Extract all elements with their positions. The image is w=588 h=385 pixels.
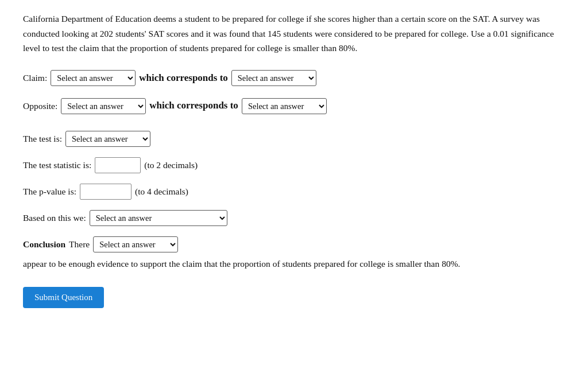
- conclusion-select[interactable]: Select an answer there is there is not: [93, 236, 178, 252]
- submit-button[interactable]: Submit Question: [23, 287, 104, 308]
- test-is-label: The test is:: [23, 131, 62, 147]
- pvalue-row: The p-value is: (to 4 decimals): [23, 184, 565, 200]
- which-corresponds-to-2: which corresponds to: [149, 97, 238, 115]
- opposite-label: Opposite:: [23, 98, 57, 114]
- test-statistic-label: The test statistic is:: [23, 157, 91, 173]
- based-select[interactable]: Select an answer reject the null hypothe…: [90, 210, 227, 226]
- conclusion-rest: appear to be enough evidence to support …: [23, 256, 460, 272]
- problem-paragraph: California Department of Education deems…: [23, 11, 565, 56]
- based-label: Based on this we:: [23, 210, 86, 226]
- conclusion-bold: Conclusion: [23, 236, 65, 252]
- test-statistic-hint: (to 2 decimals): [144, 157, 198, 173]
- claim-label: Claim:: [23, 70, 47, 86]
- opposite-row: Opposite: Select an answer H0 H1 p < 0.8…: [23, 97, 565, 115]
- pvalue-hint: (to 4 decimals): [135, 184, 188, 200]
- pvalue-label: The p-value is:: [23, 184, 76, 200]
- opposite-select-2[interactable]: Select an answer H0 H1 p < 0.80 p = 0.80…: [242, 98, 327, 114]
- which-corresponds-to-1: which corresponds to: [139, 69, 228, 87]
- test-statistic-row: The test statistic is: (to 2 decimals): [23, 157, 565, 173]
- claim-select-1[interactable]: Select an answer H0 H1 p < 0.80 p = 0.80…: [51, 70, 136, 86]
- pvalue-input[interactable]: [80, 184, 131, 200]
- test-statistic-input[interactable]: [95, 157, 141, 173]
- claim-row: Claim: Select an answer H0 H1 p < 0.80 p…: [23, 69, 565, 87]
- conclusion-there: There: [69, 236, 90, 252]
- opposite-select-1[interactable]: Select an answer H0 H1 p < 0.80 p = 0.80…: [61, 98, 146, 114]
- based-row: Based on this we: Select an answer rejec…: [23, 210, 565, 226]
- claim-select-2[interactable]: Select an answer H0 H1 p < 0.80 p = 0.80…: [231, 70, 316, 86]
- conclusion-row: Conclusion There Select an answer there …: [23, 236, 565, 272]
- test-is-select[interactable]: Select an answer left-tailed right-taile…: [65, 131, 150, 147]
- test-is-row: The test is: Select an answer left-taile…: [23, 131, 565, 147]
